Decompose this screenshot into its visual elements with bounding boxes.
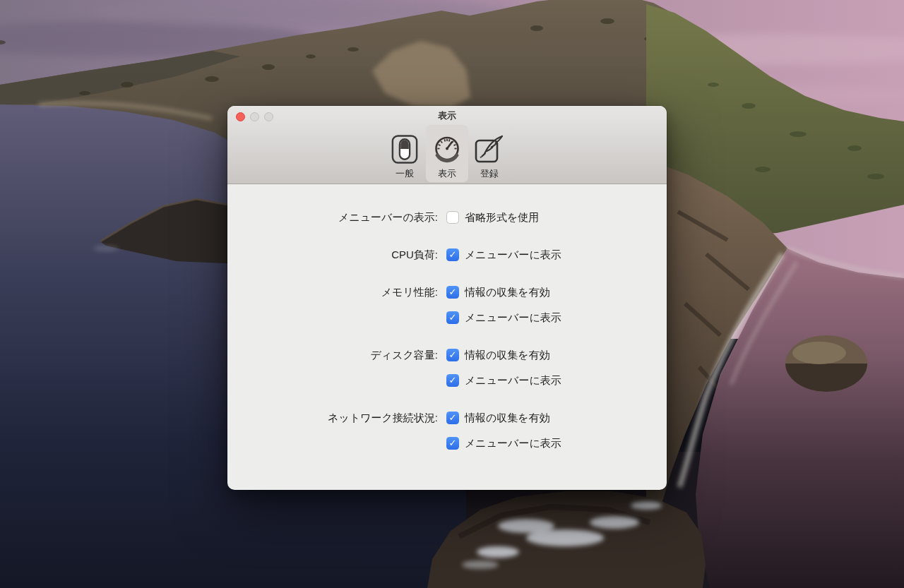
- zoom-button[interactable]: [264, 112, 273, 121]
- tab-display-label: 表示: [438, 167, 456, 180]
- checkbox-label[interactable]: メニューバーに表示: [465, 311, 561, 324]
- tab-general[interactable]: 一般: [383, 125, 426, 182]
- option-row: 情報の収集を有効: [446, 348, 561, 361]
- preferences-window: 表示 一般: [227, 106, 667, 490]
- setting-section-network: ネットワーク接続状況: 情報の収集を有効 メニューバーに表示: [227, 411, 667, 450]
- traffic-lights: [236, 112, 273, 121]
- window-title: 表示: [227, 106, 667, 125]
- minimize-button[interactable]: [250, 112, 259, 121]
- tab-display[interactable]: 表示: [426, 125, 468, 182]
- option-row: メニューバーに表示: [446, 436, 561, 450]
- setting-section-menubar-display: メニューバーの表示: 省略形式を使用: [227, 210, 667, 224]
- toolbar: 一般: [227, 125, 667, 182]
- register-pen-icon: [474, 133, 505, 166]
- section-label: メニューバーの表示:: [227, 210, 446, 224]
- desktop: 表示 一般: [0, 0, 904, 588]
- checkbox-cpu-show-menubar[interactable]: [446, 248, 459, 261]
- checkbox-memory-collect[interactable]: [446, 286, 459, 299]
- checkbox-label[interactable]: 情報の収集を有効: [465, 285, 550, 299]
- tab-register[interactable]: 登録: [468, 125, 511, 182]
- checkbox-label[interactable]: メニューバーに表示: [465, 436, 561, 450]
- option-row: 省略形式を使用: [446, 210, 539, 224]
- option-row: 情報の収集を有効: [446, 411, 561, 424]
- gauge-icon: [432, 133, 463, 166]
- checkbox-abbreviated-format[interactable]: [446, 211, 459, 224]
- option-row: メニューバーに表示: [446, 311, 561, 324]
- setting-section-cpu-load: CPU負荷: メニューバーに表示: [227, 248, 667, 261]
- checkbox-label[interactable]: メニューバーに表示: [465, 248, 561, 261]
- checkbox-network-collect[interactable]: [446, 412, 459, 424]
- checkbox-memory-show-menubar[interactable]: [446, 311, 459, 324]
- checkbox-label[interactable]: メニューバーに表示: [465, 373, 561, 387]
- tab-general-label: 一般: [396, 167, 414, 180]
- checkbox-label[interactable]: 省略形式を使用: [465, 210, 539, 224]
- checkbox-network-show-menubar[interactable]: [446, 437, 459, 450]
- section-label: ディスク容量:: [227, 348, 446, 361]
- section-label: メモリ性能:: [227, 285, 446, 299]
- toggle-switch-icon: [391, 133, 418, 166]
- option-row: メニューバーに表示: [446, 373, 561, 387]
- close-button[interactable]: [236, 112, 245, 121]
- title-bar[interactable]: 表示: [227, 106, 667, 124]
- checkbox-label[interactable]: 情報の収集を有効: [465, 411, 550, 424]
- option-row: 情報の収集を有効: [446, 285, 561, 299]
- setting-section-disk: ディスク容量: 情報の収集を有効 メニューバーに表示: [227, 348, 667, 387]
- window-header: 表示 一般: [227, 106, 667, 184]
- settings-pane: メニューバーの表示: 省略形式を使用 CPU負荷: メニューバーに表示: [227, 184, 667, 490]
- option-row: メニューバーに表示: [446, 248, 561, 261]
- setting-section-memory: メモリ性能: 情報の収集を有効 メニューバーに表示: [227, 285, 667, 324]
- tab-register-label: 登録: [480, 167, 499, 180]
- checkbox-disk-show-menubar[interactable]: [446, 374, 459, 387]
- checkbox-disk-collect[interactable]: [446, 349, 459, 361]
- checkbox-label[interactable]: 情報の収集を有効: [465, 348, 550, 361]
- section-label: ネットワーク接続状況:: [227, 411, 446, 424]
- section-label: CPU負荷:: [227, 248, 446, 261]
